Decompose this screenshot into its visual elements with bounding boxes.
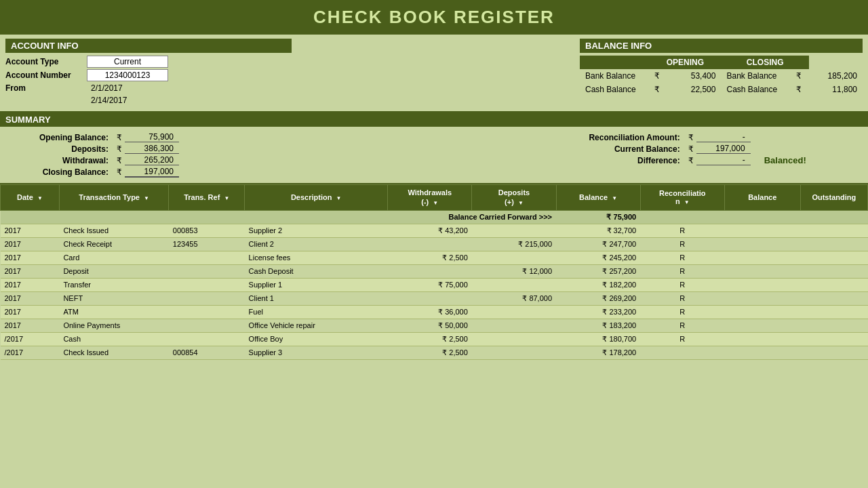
cell-balance2	[724, 332, 800, 346]
cell-recon: R	[640, 224, 724, 237]
bank-balance-opening-value: 53,400	[667, 69, 721, 83]
cell-type: Online Payments	[59, 319, 168, 332]
recon-amount-rupee: ₹	[686, 133, 696, 142]
difference-row: Difference: ₹ - Balanced!	[577, 155, 863, 165]
th-trans-type[interactable]: Transaction Type ▼	[59, 185, 168, 211]
cell-balance2	[724, 224, 800, 237]
cell-balance2	[724, 251, 800, 264]
cell-desc: Fuel	[245, 305, 388, 319]
cell-withdrawal: ₹ 2,500	[388, 346, 472, 359]
cell-date: /2017	[1, 346, 60, 359]
cell-date: 2017	[1, 264, 60, 278]
table-row: 2017Online PaymentsOffice Vehicle repair…	[1, 319, 868, 332]
cell-type: Cash	[59, 332, 168, 346]
table-header-row: Date ▼ Transaction Type ▼ Trans. Ref ▼ D…	[1, 185, 868, 211]
th-description-dropdown-icon[interactable]: ▼	[336, 195, 341, 201]
th-description[interactable]: Description ▼	[245, 185, 388, 211]
cell-ref	[169, 305, 245, 319]
cell-ref	[169, 319, 245, 332]
cell-type: Check Issued	[59, 224, 168, 237]
th-date[interactable]: Date ▼	[1, 185, 60, 211]
opening-balance-rupee: ₹	[114, 133, 125, 142]
cell-date: 2017	[1, 251, 60, 264]
cell-withdrawal: ₹ 2,500	[388, 332, 472, 346]
th-outstanding: Outstanding	[800, 185, 867, 211]
page-title: CHECK BOOK REGISTER	[0, 0, 868, 35]
cell-balance2	[724, 319, 800, 332]
th-trans-ref-dropdown-icon[interactable]: ▼	[224, 195, 229, 201]
summary-body: Opening Balance: ₹ 75,900 Deposits: ₹ 38…	[0, 127, 868, 183]
th-trans-type-label: Transaction Type	[79, 193, 140, 201]
cell-date: /2017	[1, 332, 60, 346]
table-row: 2017Check Receipt123455Client 2₹ 215,000…	[1, 237, 868, 251]
cell-date: 2017	[1, 291, 60, 305]
cell-balance: ₹ 245,200	[556, 251, 640, 264]
opening-balance-value: 75,900	[125, 132, 179, 142]
th-trans-ref[interactable]: Trans. Ref ▼	[169, 185, 245, 211]
th-withdrawals-label: Withdrawals(-)	[408, 188, 452, 206]
withdrawal-row: Withdrawal: ₹ 265,200	[5, 155, 291, 165]
current-balance-rupee: ₹	[686, 144, 696, 154]
th-reconciliation[interactable]: Reconciliation ▼	[640, 185, 724, 211]
th-withdrawals-dropdown-icon[interactable]: ▼	[433, 200, 438, 207]
cell-withdrawal: ₹ 75,000	[388, 278, 472, 291]
cell-desc: Supplier 3	[245, 346, 388, 359]
cash-balance-closing-rupee: ₹	[791, 83, 809, 96]
th-reconciliation-dropdown-icon[interactable]: ▼	[684, 199, 690, 205]
table-row: /2017CashOffice Boy₹ 2,500₹ 180,700R	[1, 332, 868, 346]
cell-balance2	[724, 264, 800, 278]
table-row: 2017TransferSupplier 1₹ 75,000₹ 182,200R	[1, 278, 868, 291]
th-deposits[interactable]: Deposits(+) ▼	[472, 185, 556, 211]
cell-withdrawal: ₹ 50,000	[388, 319, 472, 332]
withdrawal-value: 265,200	[125, 155, 179, 165]
closing-balance-label: Closing Balance:	[5, 167, 114, 177]
cell-withdrawal	[388, 237, 472, 251]
th-withdrawals[interactable]: Withdrawals(-) ▼	[388, 185, 472, 211]
closing-balance-rupee: ₹	[114, 167, 125, 177]
cell-balance: ₹ 233,200	[556, 305, 640, 319]
cell-balance2	[724, 278, 800, 291]
account-number-value[interactable]: 1234000123	[87, 69, 168, 81]
cell-desc: Office Vehicle repair	[245, 319, 388, 332]
current-balance-row: Current Balance: ₹ 197,000	[577, 144, 863, 154]
cell-balance: ₹ 180,700	[556, 332, 640, 346]
cell-withdrawal: ₹ 2,500	[388, 251, 472, 264]
deposits-row: Deposits: ₹ 386,300	[5, 144, 291, 154]
cell-deposit: ₹ 215,000	[472, 237, 556, 251]
withdrawal-rupee: ₹	[114, 156, 125, 165]
th-balance-label: Balance	[579, 193, 608, 201]
cell-desc: License fees	[245, 251, 388, 264]
from-date-row: From 2/1/2017	[5, 83, 292, 94]
cell-recon: R	[640, 332, 724, 346]
closing-header: CLOSING	[721, 56, 808, 69]
cell-balance: ₹ 183,200	[556, 319, 640, 332]
cell-type: Check Issued	[59, 346, 168, 359]
cell-outstanding	[800, 237, 867, 251]
carried-forward-label: Balance Carried Forward >>>	[1, 210, 557, 224]
cell-date: 2017	[1, 278, 60, 291]
bank-balance-opening-rupee: ₹	[649, 69, 667, 83]
from-date-value: 2/1/2017	[87, 83, 127, 94]
th-date-label: Date	[17, 193, 33, 201]
cell-ref	[169, 278, 245, 291]
th-date-dropdown-icon[interactable]: ▼	[37, 195, 43, 201]
cell-type: ATM	[59, 305, 168, 319]
account-type-value[interactable]: Current	[87, 56, 168, 68]
th-deposits-dropdown-icon[interactable]: ▼	[518, 200, 524, 207]
cell-desc: Supplier 2	[245, 224, 388, 237]
carried-forward-bal2	[724, 210, 800, 224]
cell-balance2	[724, 305, 800, 319]
th-balance[interactable]: Balance ▼	[556, 185, 640, 211]
recon-amount-label: Reconciliation Amount:	[577, 133, 686, 142]
table-row: 2017NEFTClient 1₹ 87,000₹ 269,200R	[1, 291, 868, 305]
summary-section: SUMMARY Opening Balance: ₹ 75,900 Deposi…	[0, 113, 868, 183]
cell-deposit	[472, 319, 556, 332]
balance-info-header: BALANCE INFO	[580, 39, 863, 53]
cell-outstanding	[800, 264, 867, 278]
cell-outstanding	[800, 346, 867, 359]
carried-forward-row: Balance Carried Forward >>> ₹ 75,900	[1, 210, 868, 224]
th-trans-type-dropdown-icon[interactable]: ▼	[144, 195, 149, 201]
cell-outstanding	[800, 251, 867, 264]
difference-label: Difference:	[577, 156, 686, 165]
th-balance-dropdown-icon[interactable]: ▼	[612, 195, 617, 201]
